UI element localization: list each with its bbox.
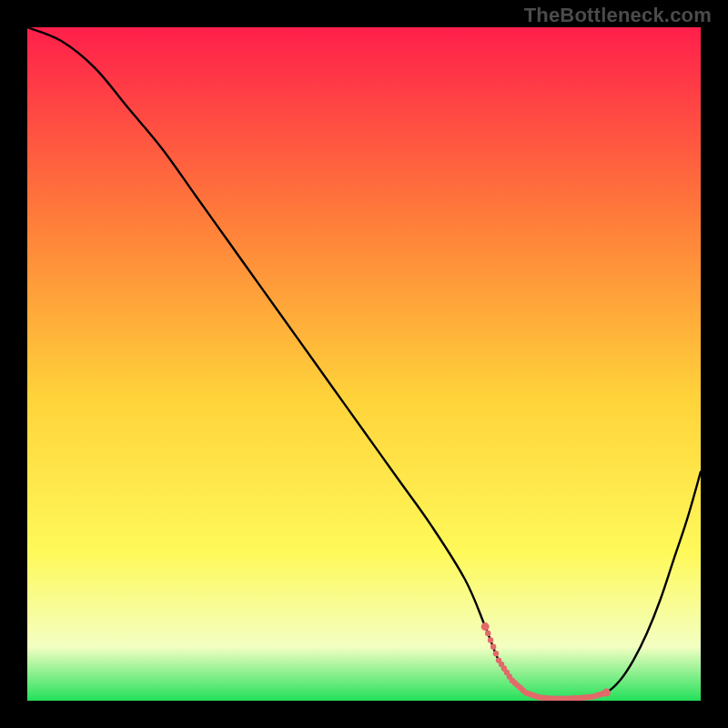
watermark-text: TheBottleneck.com [524, 4, 712, 27]
accent-dot [493, 651, 499, 656]
chart-stage: TheBottleneck.com [0, 0, 728, 728]
accent-dot-end [481, 622, 490, 631]
accent-dot [485, 631, 490, 636]
accent-dot [488, 637, 493, 642]
gradient-background [27, 27, 701, 701]
bottleneck-chart [27, 27, 701, 701]
accent-dot [490, 644, 496, 650]
accent-dot-end [602, 689, 611, 697]
